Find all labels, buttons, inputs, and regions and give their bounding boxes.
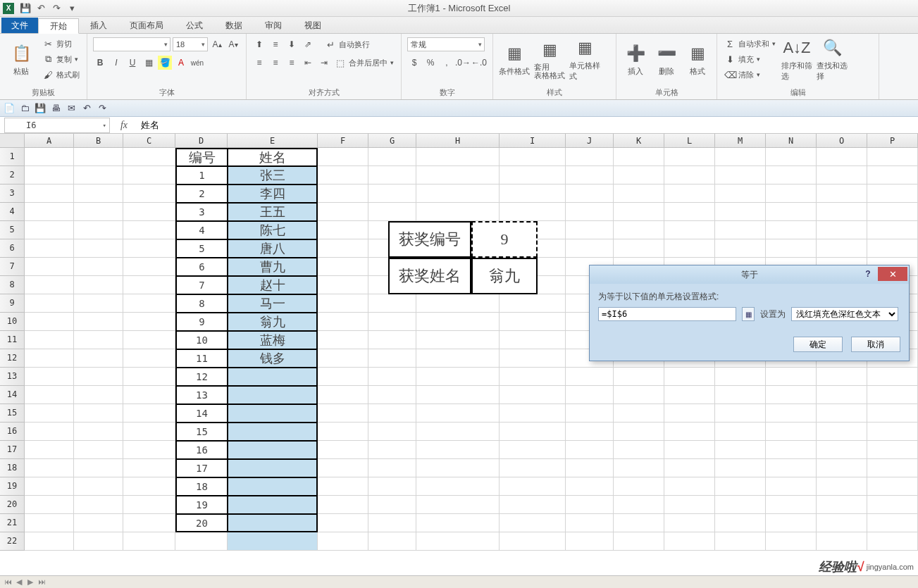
- cell-M4[interactable]: [715, 203, 766, 221]
- cell-E15[interactable]: [228, 404, 318, 423]
- cell-E9[interactable]: 马一: [228, 294, 318, 313]
- cell-G1[interactable]: [368, 148, 416, 166]
- range-picker-icon[interactable]: ▦: [742, 307, 755, 321]
- cell-I21[interactable]: [500, 514, 566, 532]
- shrink-font-button[interactable]: A▾: [226, 37, 240, 51]
- cell-M20[interactable]: [715, 496, 766, 514]
- cell-F4[interactable]: [318, 203, 368, 221]
- cell-M17[interactable]: [715, 441, 766, 459]
- cell-K5[interactable]: [614, 221, 664, 239]
- cell-K14[interactable]: [614, 386, 664, 404]
- cell-F19[interactable]: [318, 477, 368, 496]
- cell-I4[interactable]: [500, 203, 566, 221]
- dialog-cancel-button[interactable]: 取消: [851, 337, 900, 352]
- cell-B22[interactable]: [74, 532, 123, 551]
- cell-H1[interactable]: [416, 148, 500, 166]
- cell-F12[interactable]: [318, 349, 368, 368]
- cell-P15[interactable]: [867, 404, 918, 423]
- number-format-combo[interactable]: 常规: [407, 37, 485, 51]
- fill-button[interactable]: ⬇填充▾: [723, 52, 777, 66]
- cell-I16[interactable]: [500, 423, 566, 441]
- dialog-help-icon[interactable]: ?: [861, 268, 875, 280]
- row-header-20[interactable]: 20: [0, 496, 25, 514]
- cell-D22[interactable]: [175, 532, 228, 551]
- wrap-text-button[interactable]: ↵自动换行: [323, 37, 371, 51]
- cell-G12[interactable]: [368, 349, 416, 368]
- cell-O13[interactable]: [817, 368, 867, 386]
- cell-P20[interactable]: [867, 496, 918, 514]
- cell-F11[interactable]: [318, 331, 368, 349]
- cell-A4[interactable]: [25, 203, 74, 221]
- cell-A21[interactable]: [25, 514, 74, 532]
- dialog-format-select[interactable]: 浅红填充色深红色文本: [791, 307, 898, 321]
- cell-I18[interactable]: [500, 459, 566, 477]
- cell-E12[interactable]: 钱多: [228, 349, 318, 368]
- dialog-ok-button[interactable]: 确定: [793, 337, 843, 352]
- cell-C18[interactable]: [123, 459, 175, 477]
- cell-K17[interactable]: [614, 441, 664, 459]
- cell-P17[interactable]: [867, 441, 918, 459]
- cell-G4[interactable]: [368, 203, 416, 221]
- cell-O6[interactable]: [817, 239, 867, 258]
- currency-button[interactable]: $: [407, 56, 421, 70]
- cell-D11[interactable]: 10: [175, 331, 228, 349]
- cell-E21[interactable]: [228, 514, 318, 532]
- cell-P6[interactable]: [867, 239, 918, 258]
- cell-F3[interactable]: [318, 184, 368, 203]
- cell-A1[interactable]: [25, 148, 74, 166]
- cell-D17[interactable]: 16: [175, 441, 228, 459]
- cell-K3[interactable]: [614, 184, 664, 203]
- file-tab[interactable]: 文件: [1, 18, 38, 33]
- col-header-C[interactable]: C: [123, 134, 175, 148]
- bold-button[interactable]: B: [93, 56, 107, 70]
- cell-C5[interactable]: [123, 221, 175, 239]
- dialog-close-button[interactable]: ✕: [878, 267, 907, 281]
- cell-C4[interactable]: [123, 203, 175, 221]
- redo-icon[interactable]: ↷: [51, 3, 62, 14]
- cell-H3[interactable]: [416, 184, 500, 203]
- cell-I1[interactable]: [500, 148, 566, 166]
- cell-O14[interactable]: [817, 386, 867, 404]
- cell-F17[interactable]: [318, 441, 368, 459]
- cell-H19[interactable]: [416, 477, 500, 496]
- cell-A14[interactable]: [25, 386, 74, 404]
- align-left-button[interactable]: ≡: [252, 56, 266, 70]
- cell-C2[interactable]: [123, 166, 175, 184]
- indent-inc-button[interactable]: ⇥: [317, 56, 331, 70]
- cell-M3[interactable]: [715, 184, 766, 203]
- col-header-H[interactable]: H: [416, 134, 500, 148]
- cell-H17[interactable]: [416, 441, 500, 459]
- cell-J5[interactable]: [566, 221, 614, 239]
- percent-button[interactable]: %: [423, 56, 438, 70]
- cell-G2[interactable]: [368, 166, 416, 184]
- row-header-15[interactable]: 15: [0, 404, 25, 423]
- cell-H2[interactable]: [416, 166, 500, 184]
- cell-C15[interactable]: [123, 404, 175, 423]
- cell-H22[interactable]: [416, 532, 500, 551]
- cell-E1[interactable]: 姓名: [228, 148, 318, 166]
- cell-A8[interactable]: [25, 276, 74, 294]
- cell-L6[interactable]: [664, 239, 715, 258]
- cell-A11[interactable]: [25, 331, 74, 349]
- cell-G14[interactable]: [368, 386, 416, 404]
- cell-G22[interactable]: [368, 532, 416, 551]
- cell-E17[interactable]: [228, 441, 318, 459]
- cell-M6[interactable]: [715, 239, 766, 258]
- nav-next-icon[interactable]: ▶: [25, 577, 35, 587]
- cell-C19[interactable]: [123, 477, 175, 496]
- dialog-title-bar[interactable]: 等于 ? ✕: [590, 265, 909, 284]
- sb-icon-3[interactable]: 💾: [34, 102, 46, 115]
- cell-M13[interactable]: [715, 368, 766, 386]
- cell-I17[interactable]: [500, 441, 566, 459]
- row-header-12[interactable]: 12: [0, 349, 25, 368]
- cell-I2[interactable]: [500, 166, 566, 184]
- cell-N15[interactable]: [766, 404, 817, 423]
- save-icon[interactable]: 💾: [20, 3, 31, 14]
- row-header-4[interactable]: 4: [0, 203, 25, 221]
- cell-G21[interactable]: [368, 514, 416, 532]
- cell-C16[interactable]: [123, 423, 175, 441]
- cell-O20[interactable]: [817, 496, 867, 514]
- cell-D7[interactable]: 6: [175, 258, 228, 276]
- cell-B3[interactable]: [74, 184, 123, 203]
- sb-icon-6[interactable]: ↶: [80, 102, 93, 115]
